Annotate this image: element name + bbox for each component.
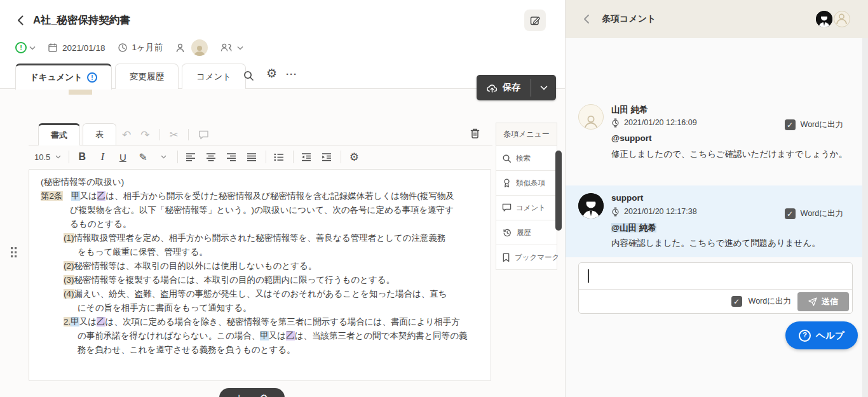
document-meta-row: ! 2021/01/18 1ヶ月前 — [15, 39, 243, 57]
tab-format-label: 書式 — [51, 130, 67, 141]
word-output-label: Wordに出力 — [801, 208, 843, 219]
word-output-toggle: ✓ Wordに出力 — [785, 119, 843, 130]
comment-input-actions: ✓ Wordに出力 送信 — [579, 289, 852, 313]
editor-tabs: 書式 表 — [38, 123, 119, 145]
help-button[interactable]: ? ヘルプ — [785, 321, 858, 349]
document-line[interactable]: るものとする。 — [29, 217, 491, 231]
word-output-toggle: ✓ Wordに出力 — [785, 208, 843, 219]
align-right-icon[interactable] — [224, 149, 239, 165]
search-icon[interactable] — [243, 70, 254, 81]
document-line[interactable]: 2.甲又は乙は、次項に定める場合を除き、秘密情報等を第三者に開示する場合には、書… — [29, 315, 491, 329]
editor-tabs-divider — [29, 145, 492, 145]
mention-link[interactable]: @山田 純希 — [611, 223, 656, 232]
tab-table[interactable]: 表 — [83, 123, 116, 145]
align-center-icon[interactable] — [203, 149, 219, 165]
trash-icon[interactable] — [469, 127, 481, 140]
italic-button[interactable]: I — [95, 149, 110, 165]
members-dropdown[interactable] — [220, 43, 243, 53]
document-line[interactable]: 第2条 甲又は乙は、相手方から開示を受けた秘密情報及び秘密情報を含む記録媒体若し… — [29, 189, 491, 203]
document-page[interactable]: (秘密情報等の取扱い)第2条 甲又は乙は、相手方から開示を受けた秘密情報及び秘密… — [29, 169, 491, 381]
comment-mention: @山田 純希 — [611, 222, 850, 234]
word-output-checkbox[interactable]: ✓ — [731, 296, 742, 307]
tab-format[interactable]: 書式 — [38, 123, 80, 145]
document-line[interactable]: 務を負わせ、これを遵守させる義務を負うものとする。 — [29, 343, 491, 357]
divider — [188, 129, 189, 140]
more-options-icon[interactable]: ··· — [286, 69, 297, 79]
drag-handle[interactable] — [10, 246, 18, 259]
page-tools-pill[interactable]: + ⚙ — [219, 388, 285, 397]
clause-menu-item-award[interactable]: 類似条項 — [496, 170, 557, 196]
gear-icon[interactable]: ⚙ — [260, 393, 268, 397]
text-caret — [588, 269, 589, 283]
clause-menu-item-label: ブックマーク — [515, 253, 559, 262]
outdent-icon[interactable] — [299, 149, 314, 165]
chevron-down-icon — [161, 155, 166, 159]
clause-menu-item-bookmark[interactable]: ブックマーク — [496, 245, 557, 270]
undo-icon[interactable]: ↶ — [122, 128, 131, 142]
word-output-checkbox[interactable]: ✓ — [785, 208, 796, 219]
save-dropdown-button[interactable] — [531, 75, 556, 100]
underline-button[interactable]: U — [115, 149, 130, 165]
document-line[interactable]: (秘密情報等の取扱い) — [29, 175, 491, 189]
document-line[interactable]: の事前承諾を得なければならない。この場合、甲又は乙は、当該第三者との間で本契約書… — [29, 329, 491, 343]
scrollbar-thumb[interactable] — [555, 151, 562, 231]
save-main[interactable]: 保存 — [477, 75, 531, 100]
clause-menu-item-history[interactable]: 履歴 — [496, 220, 557, 245]
align-left-icon[interactable] — [183, 149, 198, 165]
comment-mention: @support — [611, 133, 850, 145]
document-line[interactable]: (2)秘密情報等は、本取引の目的以外には使用しないものとする。 — [29, 259, 491, 273]
gear-icon[interactable]: ⚙ — [266, 67, 277, 79]
font-size-select[interactable]: 10.5 — [33, 149, 62, 165]
document-line[interactable]: をもって厳重に保管、管理する。 — [29, 245, 491, 259]
history-icon — [502, 228, 512, 238]
font-size-value: 10.5 — [34, 152, 50, 162]
tab-label: 変更履歴 — [130, 71, 164, 83]
word-output-checkbox[interactable]: ✓ — [785, 119, 796, 130]
avatar — [578, 193, 604, 219]
tab-0[interactable]: ドキュメント! — [15, 64, 112, 90]
comment-bubble-icon[interactable] — [198, 130, 209, 140]
document-line[interactable]: にその旨を相手方に書面をもって通知する。 — [29, 301, 491, 315]
alert-badge: ! — [87, 72, 97, 83]
divider — [341, 151, 341, 163]
redo-icon[interactable]: ↷ — [140, 128, 149, 142]
clause-menu-item-label: 検索 — [516, 154, 531, 163]
back-icon[interactable] — [582, 14, 591, 24]
status-dropdown[interactable]: ! — [15, 42, 36, 53]
align-justify-icon[interactable] — [244, 149, 259, 165]
chevron-down-icon — [55, 155, 61, 159]
clause-menu-title: 条項メニュー — [496, 123, 557, 146]
watch-icon — [611, 118, 620, 128]
cut-icon[interactable]: ✂ — [170, 128, 179, 142]
status-icon: ! — [15, 42, 27, 53]
bullet-list-icon[interactable] — [271, 149, 287, 165]
pen-color-dropdown[interactable] — [156, 149, 171, 165]
scrollbar-track[interactable] — [862, 38, 868, 397]
plus-icon[interactable]: + — [236, 393, 242, 397]
highlight-pen-icon[interactable]: ✎ — [135, 149, 151, 165]
save-button[interactable]: 保存 — [477, 75, 556, 100]
back-button[interactable] — [14, 13, 28, 27]
mention-link[interactable]: @support — [611, 133, 651, 143]
page-title: A社_秘密保持契約書 — [33, 13, 130, 27]
comment-input[interactable] — [579, 263, 852, 289]
tab-2[interactable]: コメント — [182, 64, 246, 89]
comment-author: support — [611, 193, 850, 205]
edit-title-button[interactable] — [524, 10, 546, 31]
document-line[interactable]: (4)漏えい、紛失、盗難、盗用等の事態が発生し、又はそのおそれがあることを知った… — [29, 287, 491, 301]
document-line[interactable]: (3)秘密情報等を複製する場合には、本取引の目的の範囲内に限って行うものとする。 — [29, 273, 491, 287]
document-line[interactable]: (1)情報取扱管理者を定め、相手方から開示された秘密情報等を、善良なる管理者とし… — [29, 231, 491, 245]
avatar[interactable] — [834, 11, 850, 27]
assignee-icon-wrap[interactable] — [175, 43, 186, 53]
clause-menu-item-search[interactable]: 検索 — [496, 145, 557, 171]
comment-content: 山田 純希 2021/01/20 12:16:09 @support 修正しまし… — [611, 104, 850, 161]
avatar[interactable] — [816, 11, 832, 27]
document-line[interactable]: び複製物を含む。以下「秘密情報等」という。)の取扱いについて、次の各号に定める事… — [29, 203, 491, 217]
indent-icon[interactable] — [319, 149, 334, 165]
send-button[interactable]: 送信 — [797, 292, 849, 311]
avatar[interactable] — [191, 39, 208, 56]
clause-menu-item-comment[interactable]: コメント — [496, 195, 557, 220]
tab-1[interactable]: 変更履歴 — [115, 64, 179, 89]
bold-button[interactable]: B — [74, 149, 90, 165]
gear-icon[interactable]: ⚙ — [346, 149, 362, 165]
